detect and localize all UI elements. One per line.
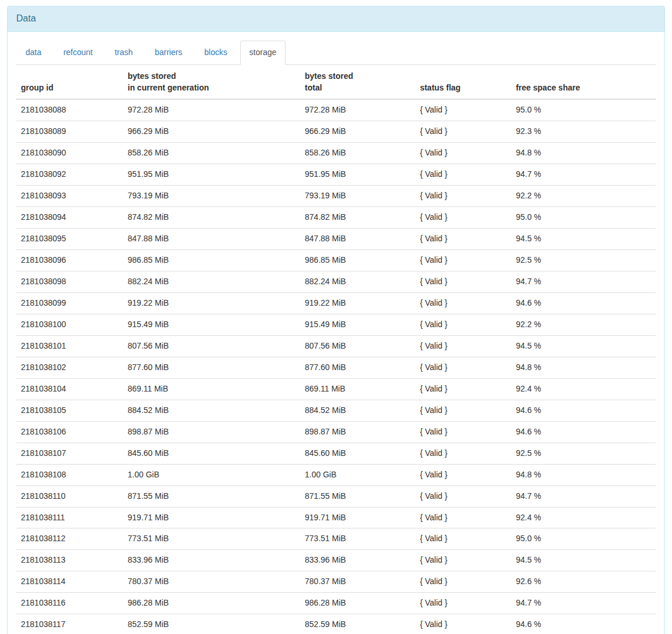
cell-group-id: 2181038108 <box>16 464 123 486</box>
table-row: 2181038093 793.19 MiB 793.19 MiB { Valid… <box>16 185 656 206</box>
cell-group-id: 2181038101 <box>16 335 123 357</box>
cell-group-id: 2181038095 <box>16 228 123 249</box>
cell-bytes-total: 833.96 MiB <box>300 550 415 571</box>
tab-refcount: refcount <box>54 41 102 65</box>
cell-free-space-share: 92.4 % <box>511 378 656 400</box>
cell-free-space-share: 92.2 % <box>511 314 656 335</box>
cell-status-flag: { Valid } <box>416 486 511 507</box>
cell-status-flag: { Valid } <box>416 292 511 314</box>
table-row: 2181038098 882.24 MiB 882.24 MiB { Valid… <box>16 271 656 292</box>
table-row: 2181038094 874.82 MiB 874.82 MiB { Valid… <box>16 206 656 228</box>
cell-group-id: 2181038111 <box>16 507 123 528</box>
cell-free-space-share: 92.3 % <box>511 121 656 142</box>
cell-group-id: 2181038096 <box>16 249 123 271</box>
cell-status-flag: { Valid } <box>416 550 511 571</box>
cell-free-space-share: 94.7 % <box>511 164 656 185</box>
cell-group-id: 2181038107 <box>16 443 123 464</box>
cell-group-id: 2181038116 <box>16 593 123 614</box>
tab-blocks-link[interactable]: blocks <box>195 41 237 65</box>
header-line-top: bytes stored <box>128 71 295 82</box>
cell-bytes-total: 898.87 MiB <box>300 421 415 443</box>
cell-free-space-share: 94.5 % <box>511 335 656 357</box>
cell-free-space-share: 94.6 % <box>511 614 656 634</box>
cell-bytes-total: 780.37 MiB <box>300 571 415 593</box>
cell-bytes-current-generation: 847.88 MiB <box>123 228 300 249</box>
table-row: 2181038104 869.11 MiB 869.11 MiB { Valid… <box>16 378 656 400</box>
cell-bytes-total: 793.19 MiB <box>300 185 415 206</box>
table-row: 2181038116 986.28 MiB 986.28 MiB { Valid… <box>16 593 656 614</box>
cell-bytes-current-generation: 898.87 MiB <box>123 421 300 443</box>
cell-free-space-share: 95.0 % <box>511 206 656 228</box>
table-row: 2181038099 919.22 MiB 919.22 MiB { Valid… <box>16 292 656 314</box>
cell-bytes-current-generation: 884.52 MiB <box>123 400 300 421</box>
cell-bytes-total: 847.88 MiB <box>300 228 415 249</box>
tab-refcount-link[interactable]: refcount <box>54 41 102 65</box>
cell-bytes-total: 877.60 MiB <box>300 357 415 378</box>
cell-group-id: 2181038114 <box>16 571 123 593</box>
cell-status-flag: { Valid } <box>416 335 511 357</box>
cell-bytes-total: 915.49 MiB <box>300 314 415 335</box>
header-line-bottom: group id <box>21 82 118 94</box>
cell-bytes-total: 845.60 MiB <box>300 443 415 464</box>
cell-free-space-share: 94.5 % <box>511 228 656 249</box>
cell-group-id: 2181038098 <box>16 271 123 292</box>
cell-status-flag: { Valid } <box>416 357 511 378</box>
cell-bytes-current-generation: 951.95 MiB <box>123 164 300 185</box>
cell-bytes-current-generation: 882.24 MiB <box>123 271 300 292</box>
table-row: 2181038107 845.60 MiB 845.60 MiB { Valid… <box>16 443 656 464</box>
cell-bytes-current-generation: 852.59 MiB <box>123 614 300 634</box>
tab-barriers: barriers <box>146 41 192 65</box>
table-row: 2181038101 807.56 MiB 807.56 MiB { Valid… <box>16 335 656 357</box>
cell-bytes-total: 966.29 MiB <box>300 121 415 142</box>
cell-free-space-share: 92.5 % <box>511 249 656 271</box>
cell-free-space-share: 94.7 % <box>511 486 656 507</box>
cell-bytes-total: 884.52 MiB <box>300 400 415 421</box>
cell-free-space-share: 94.7 % <box>511 271 656 292</box>
cell-group-id: 2181038094 <box>16 206 123 228</box>
panel-body: data refcount trash barriers blocks stor… <box>8 32 664 634</box>
table-row: 2181038088 972.28 MiB 972.28 MiB { Valid… <box>16 99 656 121</box>
cell-status-flag: { Valid } <box>416 228 511 249</box>
table-header-row: group id bytes stored in current generat… <box>16 66 656 99</box>
cell-bytes-current-generation: 833.96 MiB <box>123 550 300 571</box>
cell-bytes-total: 869.11 MiB <box>300 378 415 400</box>
tab-data-link[interactable]: data <box>16 41 50 65</box>
tab-blocks: blocks <box>195 41 237 65</box>
cell-bytes-total: 919.71 MiB <box>300 507 415 528</box>
cell-free-space-share: 92.5 % <box>511 443 656 464</box>
cell-bytes-current-generation: 972.28 MiB <box>123 99 300 121</box>
cell-group-id: 2181038089 <box>16 121 123 142</box>
tab-bar: data refcount trash barriers blocks stor… <box>16 41 656 65</box>
col-header-group-id: group id <box>16 66 123 99</box>
cell-status-flag: { Valid } <box>416 528 511 550</box>
cell-group-id: 2181038088 <box>16 99 123 121</box>
cell-free-space-share: 94.8 % <box>511 142 656 164</box>
header-line-bottom: in current generation <box>128 82 295 94</box>
header-line-bottom: total <box>305 82 410 94</box>
cell-bytes-total: 951.95 MiB <box>300 164 415 185</box>
table-row: 2181038100 915.49 MiB 915.49 MiB { Valid… <box>16 314 656 335</box>
cell-group-id: 2181038093 <box>16 185 123 206</box>
cell-status-flag: { Valid } <box>416 249 511 271</box>
header-line-bottom: status flag <box>420 82 507 94</box>
table-row: 2181038095 847.88 MiB 847.88 MiB { Valid… <box>16 228 656 249</box>
cell-status-flag: { Valid } <box>416 206 511 228</box>
cell-free-space-share: 95.0 % <box>511 99 656 121</box>
cell-group-id: 2181038113 <box>16 550 123 571</box>
table-row: 2181038113 833.96 MiB 833.96 MiB { Valid… <box>16 550 656 571</box>
table-row: 2181038111 919.71 MiB 919.71 MiB { Valid… <box>16 507 656 528</box>
cell-group-id: 2181038104 <box>16 378 123 400</box>
cell-group-id: 2181038106 <box>16 421 123 443</box>
cell-free-space-share: 94.8 % <box>511 464 656 486</box>
panel-title: Data <box>8 6 664 32</box>
header-line-top: bytes stored <box>305 71 410 82</box>
cell-free-space-share: 94.8 % <box>511 357 656 378</box>
cell-free-space-share: 92.2 % <box>511 185 656 206</box>
cell-bytes-current-generation: 1.00 GiB <box>123 464 300 486</box>
cell-status-flag: { Valid } <box>416 121 511 142</box>
cell-status-flag: { Valid } <box>416 400 511 421</box>
tab-storage-link[interactable]: storage <box>240 41 286 65</box>
tab-barriers-link[interactable]: barriers <box>146 41 192 65</box>
tab-trash-link[interactable]: trash <box>106 41 142 65</box>
table-row: 2181038092 951.95 MiB 951.95 MiB { Valid… <box>16 164 656 185</box>
